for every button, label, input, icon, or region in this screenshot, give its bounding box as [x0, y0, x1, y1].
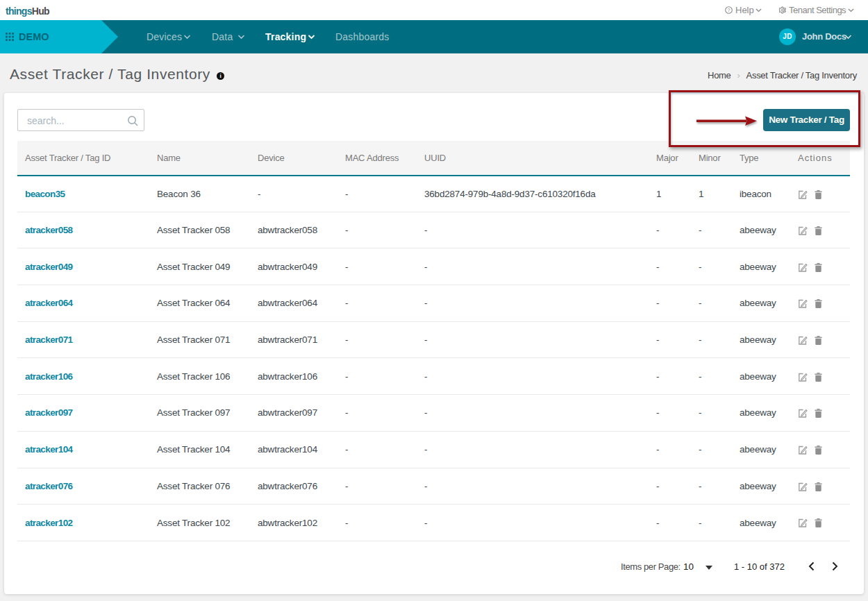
svg-text:?: ?	[728, 8, 731, 12]
